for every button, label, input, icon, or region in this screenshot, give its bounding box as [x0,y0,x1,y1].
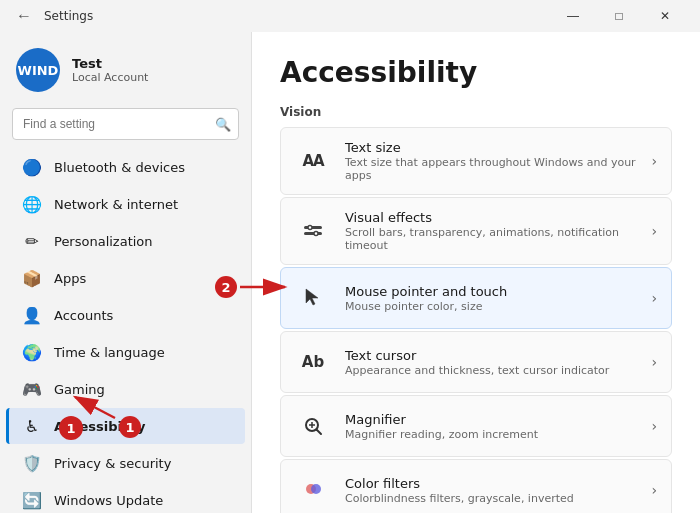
section-label: Vision [280,105,672,119]
user-name: Test [72,56,148,71]
sidebar-item-label: Windows Update [54,493,229,508]
minimize-button[interactable]: — [550,0,596,32]
svg-point-2 [308,226,312,230]
search-box: 🔍 [12,108,239,140]
chevron-icon: › [651,418,657,434]
update-icon: 🔄 [22,490,42,510]
sidebar-item-accounts[interactable]: 👤 Accounts [6,297,245,333]
sidebar-item-label: Accounts [54,308,229,323]
text-size-icon: AA [295,143,331,179]
setting-item-text-cursor[interactable]: Ab Text cursor Appearance and thickness,… [280,331,672,393]
svg-point-3 [314,232,318,236]
sidebar-item-windows-update[interactable]: 🔄 Windows Update [6,482,245,513]
sidebar-item-bluetooth[interactable]: 🔵 Bluetooth & devices [6,149,245,185]
setting-desc: Scroll bars, transparency, animations, n… [345,226,637,252]
nav-list: 🔵 Bluetooth & devices 🌐 Network & intern… [0,148,251,513]
visual-effects-icon [295,213,331,249]
sidebar-item-accessibility[interactable]: ♿ Accessibility 1 [6,408,245,444]
user-account: Local Account [72,71,148,84]
network-icon: 🌐 [22,194,42,214]
user-info: Test Local Account [72,56,148,84]
sidebar-item-label: Gaming [54,382,229,397]
setting-title: Color filters [345,476,637,491]
sidebar-item-label: Privacy & security [54,456,229,471]
time-icon: 🌍 [22,342,42,362]
setting-item-text-size[interactable]: AA Text size Text size that appears thro… [280,127,672,195]
back-button[interactable]: ← [12,7,36,25]
title-bar: ← Settings — □ ✕ [0,0,700,32]
color-filters-icon [295,472,331,508]
accessibility-icon: ♿ [22,416,42,436]
gaming-icon: 🎮 [22,379,42,399]
accounts-icon: 👤 [22,305,42,325]
setting-desc: Mouse pointer color, size [345,300,637,313]
settings-list: AA Text size Text size that appears thro… [280,127,672,513]
chevron-icon: › [651,354,657,370]
setting-item-magnifier[interactable]: Magnifier Magnifier reading, zoom increm… [280,395,672,457]
sidebar-item-privacy[interactable]: 🛡️ Privacy & security [6,445,245,481]
chevron-icon: › [651,482,657,498]
sidebar-item-apps[interactable]: 📦 Apps [6,260,245,296]
sidebar: WIND Test Local Account 🔍 🔵 Bluetooth & … [0,32,252,513]
window-title: Settings [44,9,93,23]
window-controls: — □ ✕ [550,0,688,32]
setting-desc: Magnifier reading, zoom increment [345,428,637,441]
search-input[interactable] [12,108,239,140]
close-button[interactable]: ✕ [642,0,688,32]
privacy-icon: 🛡️ [22,453,42,473]
svg-line-5 [317,430,322,435]
svg-rect-1 [304,232,322,235]
svg-point-9 [311,484,321,494]
page-title: Accessibility [280,56,672,89]
sidebar-item-label: Apps [54,271,229,286]
apps-icon: 📦 [22,268,42,288]
setting-desc: Colorblindness filters, grayscale, inver… [345,492,637,505]
setting-title: Magnifier [345,412,637,427]
chevron-icon: › [651,290,657,306]
sidebar-item-personalization[interactable]: ✏️ Personalization [6,223,245,259]
sidebar-item-label: Accessibility [54,419,229,434]
maximize-button[interactable]: □ [596,0,642,32]
setting-title: Visual effects [345,210,637,225]
sidebar-item-network[interactable]: 🌐 Network & internet [6,186,245,222]
setting-title: Mouse pointer and touch [345,284,637,299]
mouse-pointer-icon [295,280,331,316]
sidebar-item-gaming[interactable]: 🎮 Gaming [6,371,245,407]
chevron-icon: › [651,223,657,239]
sidebar-item-label: Time & language [54,345,229,360]
chevron-icon: › [651,153,657,169]
magnifier-icon [295,408,331,444]
main-content: Accessibility Vision AA Text size Text s… [252,32,700,513]
bluetooth-icon: 🔵 [22,157,42,177]
setting-item-visual-effects[interactable]: Visual effects Scroll bars, transparency… [280,197,672,265]
text-cursor-icon: Ab [295,344,331,380]
user-profile[interactable]: WIND Test Local Account [0,32,251,104]
setting-title: Text size [345,140,637,155]
avatar: WIND [16,48,60,92]
sidebar-item-label: Personalization [54,234,229,249]
svg-rect-0 [304,226,322,229]
app-body: WIND Test Local Account 🔍 🔵 Bluetooth & … [0,32,700,513]
setting-item-color-filters[interactable]: Color filters Colorblindness filters, gr… [280,459,672,513]
sidebar-item-time[interactable]: 🌍 Time & language [6,334,245,370]
personalization-icon: ✏️ [22,231,42,251]
setting-title: Text cursor [345,348,637,363]
sidebar-item-label: Bluetooth & devices [54,160,229,175]
setting-desc: Appearance and thickness, text cursor in… [345,364,637,377]
setting-item-mouse-pointer[interactable]: Mouse pointer and touch Mouse pointer co… [280,267,672,329]
sidebar-item-label: Network & internet [54,197,229,212]
setting-desc: Text size that appears throughout Window… [345,156,637,182]
